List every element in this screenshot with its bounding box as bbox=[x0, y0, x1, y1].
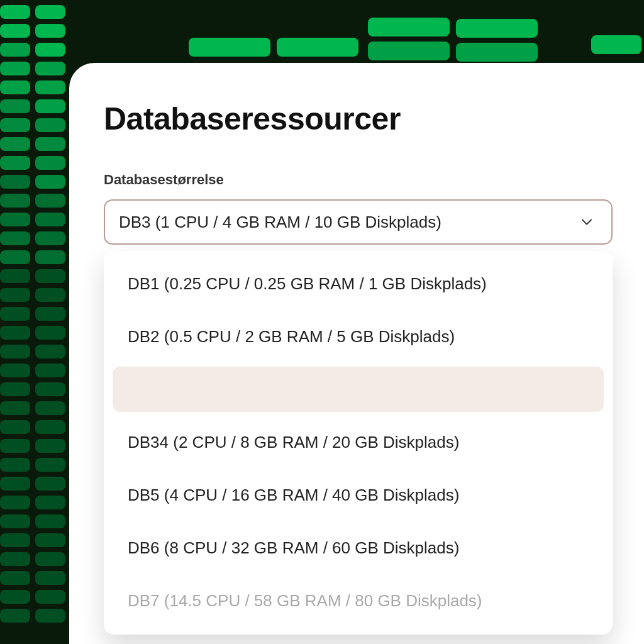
option-label: DB7 (14.5 CPU / 58 GB RAM / 80 GB Diskpl… bbox=[128, 591, 482, 611]
database-size-select-trigger[interactable]: DB3 (1 CPU / 4 GB RAM / 10 GB Diskplads) bbox=[104, 199, 613, 245]
database-resources-card: Databaseressourcer Databasestørrelse DB3… bbox=[69, 63, 644, 644]
database-size-dropdown: DB1 (0.25 CPU / 0.25 GB RAM / 1 GB Diskp… bbox=[104, 251, 613, 635]
database-size-label: Databasestørrelse bbox=[104, 172, 613, 188]
database-size-select: DB3 (1 CPU / 4 GB RAM / 10 GB Diskplads)… bbox=[104, 199, 613, 245]
database-size-option[interactable] bbox=[113, 367, 604, 412]
page-title: Databaseressourcer bbox=[104, 101, 613, 137]
database-size-option[interactable]: DB5 (4 CPU / 16 GB RAM / 40 GB Diskplads… bbox=[113, 472, 604, 518]
database-size-option[interactable]: DB6 (8 CPU / 32 GB RAM / 60 GB Diskplads… bbox=[113, 525, 604, 570]
database-size-option[interactable]: DB34 (2 CPU / 8 GB RAM / 20 GB Diskplads… bbox=[113, 419, 604, 465]
option-label: DB2 (0.5 CPU / 2 GB RAM / 5 GB Diskplads… bbox=[128, 327, 455, 347]
chevron-down-icon bbox=[581, 216, 592, 228]
option-label: DB6 (8 CPU / 32 GB RAM / 60 GB Diskplads… bbox=[128, 538, 459, 558]
database-size-selected-value: DB3 (1 CPU / 4 GB RAM / 10 GB Diskplads) bbox=[119, 213, 441, 232]
database-size-option: DB7 (14.5 CPU / 58 GB RAM / 80 GB Diskpl… bbox=[113, 578, 604, 623]
database-size-option[interactable]: DB1 (0.25 CPU / 0.25 GB RAM / 1 GB Diskp… bbox=[113, 261, 604, 306]
option-label: DB1 (0.25 CPU / 0.25 GB RAM / 1 GB Diskp… bbox=[128, 274, 487, 294]
option-label: DB5 (4 CPU / 16 GB RAM / 40 GB Diskplads… bbox=[128, 486, 459, 505]
option-label: DB34 (2 CPU / 8 GB RAM / 20 GB Diskplads… bbox=[128, 433, 459, 452]
database-size-option[interactable]: DB2 (0.5 CPU / 2 GB RAM / 5 GB Diskplads… bbox=[113, 314, 604, 359]
